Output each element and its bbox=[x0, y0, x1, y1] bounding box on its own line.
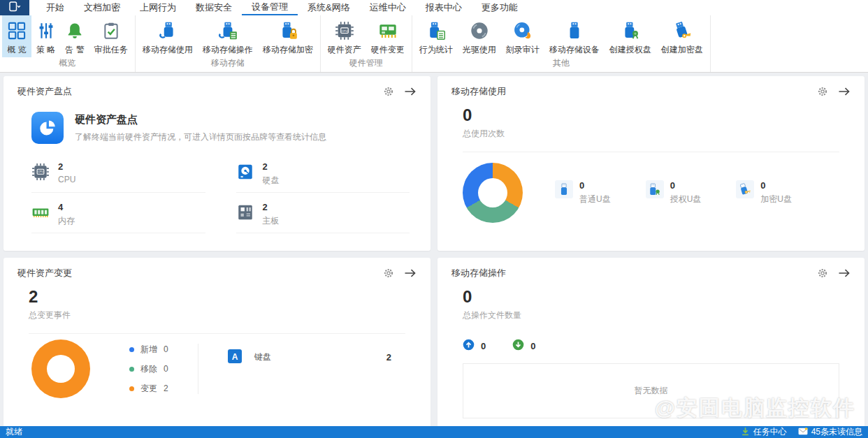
card-storage-usage: 移动存储使用 0 总使用次数 0 bbox=[437, 76, 865, 251]
ribbon-item-storage-device[interactable]: 移动存储设备 bbox=[544, 15, 605, 57]
hero-title: 硬件资产盘点 bbox=[75, 113, 326, 126]
ribbon-group-hardware: CPU 硬件资产 硬件变更 硬件管理 bbox=[321, 15, 412, 72]
ribbon-group-overview: 概 览 策 略 告 警 审批任务 概览 bbox=[0, 15, 136, 72]
ribbon-group-label: 移动存储 bbox=[136, 57, 320, 72]
ribbon-item-create-auth-disk[interactable]: 创建授权盘 bbox=[605, 15, 656, 57]
legend-label: 移除 bbox=[140, 363, 157, 375]
ribbon-item-label: 告 警 bbox=[65, 44, 84, 56]
ribbon-item-behavior-stats[interactable]: 行为统计 bbox=[414, 15, 458, 57]
stat-authorized-usb: 0 授权U盘 bbox=[646, 180, 702, 205]
stat-value: 0 bbox=[579, 180, 611, 191]
arrow-right-icon[interactable] bbox=[404, 268, 417, 278]
item-value: 2 bbox=[386, 352, 391, 363]
hero-banner: 硬件资产盘点 了解终端当前硬件资产情况，可进入详情页面按品牌等查看统计信息 bbox=[31, 112, 410, 146]
ribbon-item-label: 硬件变更 bbox=[371, 44, 405, 56]
cpu-chip-icon: CPU bbox=[31, 163, 50, 187]
keyboard-icon: A bbox=[228, 349, 242, 365]
total-change-count: 2 bbox=[29, 289, 405, 305]
upload-arrow-icon bbox=[463, 339, 475, 353]
menu-item-ops-center[interactable]: 运维中心 bbox=[360, 0, 416, 15]
ribbon-item-label: 创建授权盘 bbox=[609, 44, 651, 56]
ribbon-item-overview[interactable]: 概 览 bbox=[2, 15, 31, 57]
legend-item-removed[interactable]: 移除 0 bbox=[129, 363, 168, 375]
ribbon-filler bbox=[711, 15, 868, 72]
svg-text:CPU: CPU bbox=[341, 29, 347, 33]
ribbon-item-label: 创建加密盘 bbox=[661, 44, 703, 56]
legend-value: 2 bbox=[164, 384, 168, 393]
window-icon bbox=[9, 1, 21, 14]
stat-label: 硬盘 bbox=[263, 175, 280, 187]
menu-item-report-center[interactable]: 报表中心 bbox=[416, 0, 472, 15]
ribbon-item-hardware-asset[interactable]: CPU 硬件资产 bbox=[323, 15, 366, 57]
menu-item-data-security[interactable]: 数据安全 bbox=[186, 0, 242, 15]
total-usage-label: 总使用次数 bbox=[463, 128, 839, 140]
ribbon-item-hardware-change[interactable]: 硬件变更 bbox=[366, 15, 410, 57]
envelope-icon bbox=[798, 428, 808, 437]
stat-motherboard: 2 主板 bbox=[236, 202, 410, 233]
usb-authorized-icon bbox=[646, 180, 664, 198]
total-usage-count: 0 bbox=[463, 107, 839, 124]
app-menu-button[interactable] bbox=[0, 0, 29, 15]
hardware-change-icon bbox=[378, 19, 398, 43]
menu-item-system-network[interactable]: 系统&网络 bbox=[298, 0, 360, 15]
menu-items: 开始 文档加密 上网行为 数据安全 设备管理 系统&网络 运维中心 报表中心 更… bbox=[36, 0, 528, 15]
ribbon-item-create-encrypt-disk[interactable]: 创建加密盘 bbox=[656, 15, 708, 57]
gear-icon[interactable] bbox=[383, 86, 394, 97]
legend-value: 0 bbox=[164, 364, 168, 374]
ribbon-item-cdrom-usage[interactable]: 光驱使用 bbox=[458, 15, 501, 57]
status-ready-text: 就绪 bbox=[0, 426, 22, 438]
ribbon-item-alarm[interactable]: 告 警 bbox=[60, 15, 89, 57]
stat-value: 2 bbox=[263, 161, 280, 172]
menu-item-more-features[interactable]: 更多功能 bbox=[472, 0, 528, 15]
ribbon-item-label: 移动存储加密 bbox=[263, 44, 313, 56]
legend-dot bbox=[129, 386, 134, 391]
ribbon-item-storage-operation[interactable]: 移动存储操作 bbox=[198, 15, 258, 57]
ribbon-item-storage-usage[interactable]: 移动存储使用 bbox=[138, 15, 198, 57]
arrow-right-icon[interactable] bbox=[404, 87, 417, 96]
task-center-button[interactable]: 任务中心 bbox=[741, 426, 787, 438]
pie-chart-app-icon bbox=[31, 112, 64, 146]
ribbon-item-label: 移动存储操作 bbox=[203, 44, 253, 56]
svg-text:CPU: CPU bbox=[38, 170, 43, 173]
stat-label: 主板 bbox=[263, 215, 280, 227]
menu-item-start[interactable]: 开始 bbox=[36, 0, 74, 15]
gear-icon[interactable] bbox=[817, 86, 828, 97]
arrow-right-icon[interactable] bbox=[838, 87, 851, 96]
ribbon-item-label: 移动存储使用 bbox=[143, 44, 193, 56]
stat-value: 0 bbox=[670, 180, 702, 191]
legend-item-changed[interactable]: 变更 2 bbox=[129, 383, 168, 395]
gear-icon[interactable] bbox=[817, 268, 828, 279]
gear-icon[interactable] bbox=[383, 268, 394, 279]
ribbon-group-removable-storage: 移动存储使用 移动存储操作 移动存储加密 移动存储 bbox=[136, 15, 321, 72]
ribbon-group-other: 行为统计 光驱使用 刻录审计 移动存储设备 bbox=[412, 15, 711, 72]
hero-description: 了解终端当前硬件资产情况，可进入详情页面按品牌等查看统计信息 bbox=[75, 131, 326, 143]
ribbon-item-label: 概 览 bbox=[7, 44, 26, 56]
ribbon-item-label: 刻录审计 bbox=[506, 44, 540, 56]
unread-messages-button[interactable]: 45条未读信息 bbox=[798, 426, 862, 438]
ribbon-item-policy[interactable]: 策 略 bbox=[31, 15, 60, 57]
stat-label: 内存 bbox=[58, 215, 75, 227]
stat-encrypted-usb: 0 加密U盘 bbox=[736, 180, 792, 205]
menu-item-doc-encrypt[interactable]: 文档加密 bbox=[74, 0, 130, 15]
ribbon-item-storage-encrypt[interactable]: 移动存储加密 bbox=[258, 15, 318, 57]
harddisk-icon bbox=[236, 163, 254, 187]
usb-encrypted-icon bbox=[736, 180, 754, 198]
motherboard-icon bbox=[236, 203, 254, 227]
menubar: 开始 文档加密 上网行为 数据安全 设备管理 系统&网络 运维中心 报表中心 更… bbox=[0, 0, 868, 15]
usb-device-icon bbox=[565, 19, 584, 43]
menu-item-device-management[interactable]: 设备管理 bbox=[242, 0, 298, 15]
menu-item-web-behavior[interactable]: 上网行为 bbox=[130, 0, 186, 15]
ribbon-group-label: 硬件管理 bbox=[321, 57, 412, 72]
empty-data-placeholder: 暂无数据 bbox=[463, 363, 839, 418]
download-tray-icon bbox=[741, 427, 750, 438]
legend-dot bbox=[129, 347, 134, 352]
arrow-right-icon[interactable] bbox=[838, 268, 851, 278]
legend-dot bbox=[129, 367, 134, 372]
ribbon-group-label: 概览 bbox=[0, 57, 135, 72]
ribbon-item-approval-tasks[interactable]: 审批任务 bbox=[89, 15, 133, 57]
ribbon-item-burn-audit[interactable]: 刻录审计 bbox=[501, 15, 544, 57]
alarm-bell-icon bbox=[66, 19, 84, 43]
legend-item-added[interactable]: 新增 0 bbox=[129, 344, 168, 356]
policy-sliders-icon bbox=[37, 19, 55, 43]
change-donut-chart bbox=[31, 340, 90, 398]
